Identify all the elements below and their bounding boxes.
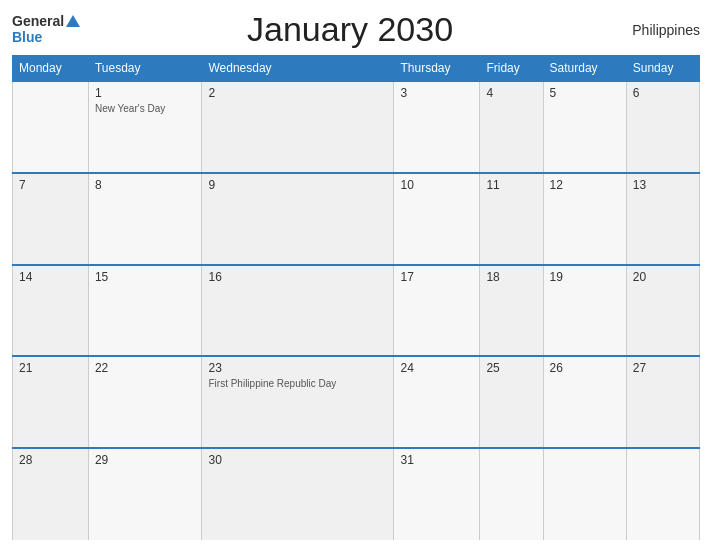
calendar-cell: 13 bbox=[626, 173, 699, 265]
calendar-cell: 15 bbox=[88, 265, 202, 357]
day-number: 8 bbox=[95, 178, 196, 192]
col-tuesday: Tuesday bbox=[88, 56, 202, 82]
calendar-cell: 23First Philippine Republic Day bbox=[202, 356, 394, 448]
calendar-cell: 1New Year's Day bbox=[88, 81, 202, 173]
day-number: 22 bbox=[95, 361, 196, 375]
day-number: 11 bbox=[486, 178, 536, 192]
day-number: 19 bbox=[550, 270, 620, 284]
day-number: 24 bbox=[400, 361, 473, 375]
calendar-cell: 10 bbox=[394, 173, 480, 265]
calendar-week-row: 1New Year's Day23456 bbox=[13, 81, 700, 173]
calendar-cell: 26 bbox=[543, 356, 626, 448]
calendar-cell: 28 bbox=[13, 448, 89, 540]
day-number: 13 bbox=[633, 178, 693, 192]
col-saturday: Saturday bbox=[543, 56, 626, 82]
calendar-cell: 7 bbox=[13, 173, 89, 265]
calendar-cell: 14 bbox=[13, 265, 89, 357]
calendar-cell: 8 bbox=[88, 173, 202, 265]
calendar-cell: 9 bbox=[202, 173, 394, 265]
calendar-cell: 27 bbox=[626, 356, 699, 448]
calendar-week-row: 14151617181920 bbox=[13, 265, 700, 357]
calendar-cell bbox=[13, 81, 89, 173]
calendar-cell: 11 bbox=[480, 173, 543, 265]
calendar-cell: 12 bbox=[543, 173, 626, 265]
col-wednesday: Wednesday bbox=[202, 56, 394, 82]
day-number: 10 bbox=[400, 178, 473, 192]
calendar-week-row: 212223First Philippine Republic Day24252… bbox=[13, 356, 700, 448]
day-number: 16 bbox=[208, 270, 387, 284]
calendar-cell: 30 bbox=[202, 448, 394, 540]
day-number: 29 bbox=[95, 453, 196, 467]
day-number: 5 bbox=[550, 86, 620, 100]
calendar-cell: 17 bbox=[394, 265, 480, 357]
day-number: 6 bbox=[633, 86, 693, 100]
day-number: 27 bbox=[633, 361, 693, 375]
day-number: 25 bbox=[486, 361, 536, 375]
calendar-cell: 4 bbox=[480, 81, 543, 173]
day-number: 17 bbox=[400, 270, 473, 284]
calendar-cell bbox=[480, 448, 543, 540]
calendar-cell: 18 bbox=[480, 265, 543, 357]
calendar-cell: 22 bbox=[88, 356, 202, 448]
calendar-week-row: 28293031 bbox=[13, 448, 700, 540]
col-monday: Monday bbox=[13, 56, 89, 82]
day-number: 1 bbox=[95, 86, 196, 100]
calendar-cell: 20 bbox=[626, 265, 699, 357]
day-header-row: Monday Tuesday Wednesday Thursday Friday… bbox=[13, 56, 700, 82]
calendar-cell bbox=[543, 448, 626, 540]
logo: General Blue bbox=[12, 14, 80, 45]
calendar-cell: 29 bbox=[88, 448, 202, 540]
day-number: 2 bbox=[208, 86, 387, 100]
day-number: 7 bbox=[19, 178, 82, 192]
calendar-cell: 25 bbox=[480, 356, 543, 448]
day-number: 3 bbox=[400, 86, 473, 100]
calendar-cell: 19 bbox=[543, 265, 626, 357]
col-sunday: Sunday bbox=[626, 56, 699, 82]
calendar-cell: 16 bbox=[202, 265, 394, 357]
calendar-week-row: 78910111213 bbox=[13, 173, 700, 265]
day-number: 30 bbox=[208, 453, 387, 467]
calendar-table: Monday Tuesday Wednesday Thursday Friday… bbox=[12, 55, 700, 540]
col-thursday: Thursday bbox=[394, 56, 480, 82]
col-friday: Friday bbox=[480, 56, 543, 82]
holiday-name: First Philippine Republic Day bbox=[208, 377, 387, 390]
calendar-wrapper: General Blue January 2030 Philippines Mo… bbox=[0, 0, 712, 550]
day-number: 9 bbox=[208, 178, 387, 192]
logo-general-text: General bbox=[12, 14, 64, 29]
calendar-cell: 5 bbox=[543, 81, 626, 173]
calendar-cell bbox=[626, 448, 699, 540]
calendar-header: General Blue January 2030 Philippines bbox=[12, 10, 700, 49]
calendar-cell: 2 bbox=[202, 81, 394, 173]
day-number: 20 bbox=[633, 270, 693, 284]
calendar-cell: 24 bbox=[394, 356, 480, 448]
day-number: 23 bbox=[208, 361, 387, 375]
calendar-title: January 2030 bbox=[80, 10, 620, 49]
calendar-cell: 6 bbox=[626, 81, 699, 173]
day-number: 18 bbox=[486, 270, 536, 284]
day-number: 31 bbox=[400, 453, 473, 467]
day-number: 15 bbox=[95, 270, 196, 284]
logo-triangle-icon bbox=[66, 15, 80, 27]
country-label: Philippines bbox=[620, 22, 700, 38]
day-number: 26 bbox=[550, 361, 620, 375]
day-number: 14 bbox=[19, 270, 82, 284]
day-number: 28 bbox=[19, 453, 82, 467]
day-number: 21 bbox=[19, 361, 82, 375]
logo-blue-text: Blue bbox=[12, 30, 42, 45]
calendar-cell: 21 bbox=[13, 356, 89, 448]
calendar-cell: 31 bbox=[394, 448, 480, 540]
calendar-cell: 3 bbox=[394, 81, 480, 173]
day-number: 12 bbox=[550, 178, 620, 192]
holiday-name: New Year's Day bbox=[95, 102, 196, 115]
day-number: 4 bbox=[486, 86, 536, 100]
